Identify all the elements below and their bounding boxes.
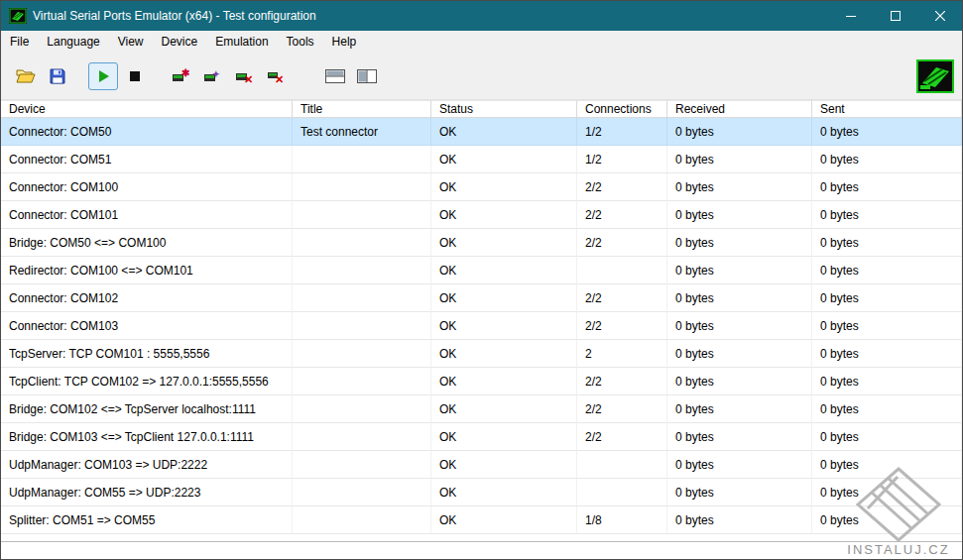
menu-item-language[interactable]: Language <box>38 31 108 52</box>
cell-received: 0 bytes <box>667 173 812 201</box>
cell-received: 0 bytes <box>667 451 812 479</box>
cell-status: OK <box>431 312 577 340</box>
title-bar: Virtual Serial Ports Emulator (x64) - Te… <box>1 1 962 31</box>
table-row[interactable]: Connector: COM50Test connectorOK1/20 byt… <box>1 118 962 146</box>
cell-sent: 0 bytes <box>812 257 962 284</box>
close-button[interactable] <box>917 1 962 31</box>
cell-received: 0 bytes <box>667 229 812 257</box>
table-row[interactable]: Connector: COM102OK2/20 bytes0 bytes <box>1 284 962 312</box>
menu-item-file[interactable]: File <box>1 31 38 52</box>
cell-received: 0 bytes <box>667 340 812 368</box>
cell-received: 0 bytes <box>667 146 812 173</box>
menu-item-help[interactable]: Help <box>323 31 366 52</box>
column-header-received[interactable]: Received <box>667 100 812 118</box>
cell-sent: 0 bytes <box>812 201 962 229</box>
delete-device-icon: ✕ <box>235 68 253 84</box>
cell-device: Bridge: COM103 <=> TcpClient 127.0.0.1:1… <box>1 423 293 451</box>
split-horizontal-button[interactable] <box>320 62 350 90</box>
column-header-connections[interactable]: Connections <box>577 100 667 118</box>
cell-title <box>293 146 431 173</box>
table-row[interactable]: TcpServer: TCP COM101 : 5555,5556OK20 by… <box>1 340 962 368</box>
cell-status: OK <box>431 340 577 368</box>
column-header-sent[interactable]: Sent <box>812 100 962 118</box>
cell-title <box>293 340 431 368</box>
cell-device: Connector: COM103 <box>1 312 293 340</box>
table-row[interactable]: Splitter: COM51 => COM55OK1/80 bytes0 by… <box>1 506 962 534</box>
cell-title <box>293 257 431 284</box>
cell-status: OK <box>431 257 577 284</box>
cell-sent: 0 bytes <box>812 340 962 368</box>
cell-received: 0 bytes <box>667 201 812 229</box>
cell-device: Bridge: COM50 <=> COM100 <box>1 229 293 257</box>
cell-device: TcpServer: TCP COM101 : 5555,5556 <box>1 340 293 368</box>
cell-device: UdpManager: COM103 => UDP:2222 <box>1 451 293 479</box>
cell-connections: 2/2 <box>577 229 667 257</box>
window-title: Virtual Serial Ports Emulator (x64) - Te… <box>33 9 828 23</box>
cell-connections: 2/2 <box>577 284 667 312</box>
table-row[interactable]: Redirector: COM100 <=> COM101OK0 bytes0 … <box>1 257 962 284</box>
cell-received: 0 bytes <box>667 506 812 534</box>
table-header: DeviceTitleStatusConnectionsReceivedSent <box>1 100 962 118</box>
delete-all-devices-icon: ✕ <box>267 68 285 84</box>
cell-sent: 0 bytes <box>812 118 962 146</box>
app-logo-icon <box>916 59 954 93</box>
table-row[interactable]: UdpManager: COM55 => UDP:2223OK0 bytes0 … <box>1 479 962 506</box>
cell-device: UdpManager: COM55 => UDP:2223 <box>1 479 293 506</box>
device-properties-button[interactable]: ✦ <box>197 62 227 90</box>
cell-device: Splitter: COM51 => COM55 <box>1 506 293 534</box>
cell-sent: 0 bytes <box>812 173 962 201</box>
cell-connections <box>577 479 667 506</box>
menu-item-emulation[interactable]: Emulation <box>206 31 277 52</box>
table-row[interactable]: Connector: COM101OK2/20 bytes0 bytes <box>1 201 962 229</box>
cell-connections: 2/2 <box>577 368 667 395</box>
cell-status: OK <box>431 229 577 257</box>
cell-title <box>293 284 431 312</box>
cell-status: OK <box>431 118 577 146</box>
menu-item-tools[interactable]: Tools <box>278 31 323 52</box>
split-vertical-button[interactable] <box>352 62 382 90</box>
cell-connections: 2/2 <box>577 201 667 229</box>
menu-item-device[interactable]: Device <box>153 31 207 52</box>
cell-connections: 2/2 <box>577 423 667 451</box>
cell-received: 0 bytes <box>667 284 812 312</box>
save-button[interactable] <box>43 62 72 90</box>
open-button[interactable] <box>11 62 41 90</box>
column-header-device[interactable]: Device <box>1 100 293 118</box>
maximize-button[interactable] <box>873 1 917 31</box>
table-row[interactable]: TcpClient: TCP COM102 => 127.0.0.1:5555,… <box>1 368 962 395</box>
cell-status: OK <box>431 479 577 506</box>
close-icon <box>935 11 945 21</box>
cell-connections <box>577 451 667 479</box>
cell-title <box>293 506 431 534</box>
column-header-status[interactable]: Status <box>431 100 577 118</box>
column-header-title[interactable]: Title <box>293 100 431 118</box>
maximize-icon <box>891 11 901 21</box>
delete-all-devices-button[interactable]: ✕ <box>261 62 291 90</box>
cell-status: OK <box>431 506 577 534</box>
create-device-button[interactable]: ✱ <box>166 62 195 90</box>
table-row[interactable]: Connector: COM100OK2/20 bytes0 bytes <box>1 173 962 201</box>
minimize-button[interactable] <box>828 1 873 31</box>
svg-text:✕: ✕ <box>275 73 284 84</box>
cell-title <box>293 229 431 257</box>
cell-sent: 0 bytes <box>812 368 962 395</box>
minimize-icon <box>846 11 856 21</box>
table-row[interactable]: Connector: COM51OK1/20 bytes0 bytes <box>1 146 962 173</box>
stop-emulation-button[interactable] <box>120 62 150 90</box>
table-row[interactable]: Bridge: COM103 <=> TcpClient 127.0.0.1:1… <box>1 423 962 451</box>
delete-device-button[interactable]: ✕ <box>229 62 259 90</box>
split-vertical-icon <box>357 69 377 83</box>
start-emulation-button[interactable] <box>88 62 118 90</box>
cell-device: Bridge: COM102 <=> TcpServer localhost:1… <box>1 395 293 423</box>
cell-connections: 2/2 <box>577 395 667 423</box>
cell-connections: 2 <box>577 340 667 368</box>
table-row[interactable]: Bridge: COM50 <=> COM100OK2/20 bytes0 by… <box>1 229 962 257</box>
cell-title <box>293 312 431 340</box>
device-properties-icon: ✦ <box>203 68 221 84</box>
cell-device: TcpClient: TCP COM102 => 127.0.0.1:5555,… <box>1 368 293 395</box>
table-row[interactable]: Bridge: COM102 <=> TcpServer localhost:1… <box>1 395 962 423</box>
menu-item-view[interactable]: View <box>109 31 153 52</box>
table-row[interactable]: Connector: COM103OK2/20 bytes0 bytes <box>1 312 962 340</box>
table-row[interactable]: UdpManager: COM103 => UDP:2222OK0 bytes0… <box>1 451 962 479</box>
cell-device: Redirector: COM100 <=> COM101 <box>1 257 293 284</box>
